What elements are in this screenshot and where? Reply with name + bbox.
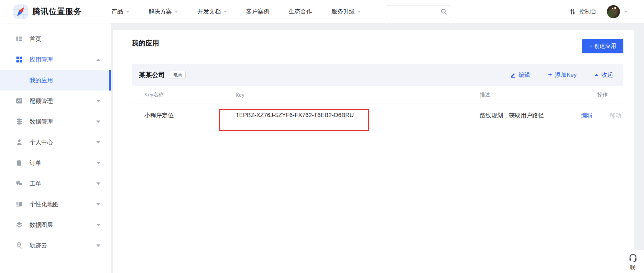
chevron-down-icon [358,11,361,13]
console-link[interactable]: 控制台 [569,8,597,15]
user-avatar[interactable] [607,5,620,18]
category-tag: 电商 [170,71,186,79]
chevron-down-icon [223,11,227,13]
nav-item-cases[interactable]: 客户案例 [246,8,270,15]
page-title: 我的应用 [132,39,159,48]
collapse-link[interactable]: 收起 [594,71,613,79]
sidebar-item-personal-center[interactable]: 个人中心 [0,132,111,153]
sidebar-item-my-apps[interactable]: 我的应用 [0,70,111,91]
col-header-operations: 操作 [597,92,623,98]
brand-title: 腾讯位置服务 [32,6,82,17]
pencil-icon [510,72,516,78]
ticket-chat-icon [16,180,23,187]
create-app-button[interactable]: + 创建应用 [582,39,623,53]
chevron-down-icon[interactable] [624,11,627,13]
order-clipboard-icon [16,159,23,166]
track-cloud-icon [16,242,23,249]
edit-key-link[interactable]: 编辑 [581,112,593,119]
service-widget-label: 联 [630,264,636,272]
user-icon [16,139,23,146]
chevron-down-icon[interactable] [96,182,100,185]
nav-item-ecosystem[interactable]: 生态合作 [289,8,312,15]
edit-app-link[interactable]: 编辑 [510,71,530,79]
chevron-down-icon [175,11,178,13]
main-panel: 我的应用 + 创建应用 某某公司 电商 编辑 + 添加Key [113,30,634,273]
sidebar-item-custom-map[interactable]: 个性化地图 [0,194,111,214]
key-table-row: 小程序定位 TEPBZ-XZ76J-5ZYF6-FX762-T6EB2-O6BR… [132,104,623,127]
nav-item-upgrade[interactable]: 服务升级 [331,8,361,15]
sidebar-item-data-layers[interactable]: 数据图层 [0,214,111,235]
sidebar-item-quota[interactable]: 配额管理 [0,91,111,111]
chevron-down-icon[interactable] [96,203,100,206]
chevron-down-icon [126,11,129,13]
apps-grid-icon [16,56,23,63]
sliders-icon [569,8,576,15]
chevron-up-icon[interactable] [96,59,100,61]
sidebar-item-work-orders[interactable]: 工单 [0,173,111,194]
chevron-down-icon[interactable] [96,141,100,144]
col-header-description: 描述 [480,92,597,98]
custom-map-icon [16,201,23,208]
card-actions: 编辑 + 添加Key 收起 [510,71,613,79]
nav-item-docs[interactable]: 开发文档 [197,8,227,15]
move-key-link[interactable]: 移动 [610,112,621,119]
quota-chart-icon [16,97,23,104]
sidebar-item-data-management[interactable]: 数据管理 [0,111,111,132]
tencent-lbs-logo-icon [13,4,28,19]
chevron-down-icon[interactable] [96,162,100,164]
chevron-down-icon[interactable] [96,244,100,247]
company-name: 某某公司 [139,71,165,80]
nav-item-solutions[interactable]: 解决方案 [149,8,178,15]
sidebar-item-orders[interactable]: 订单 [0,153,111,173]
sidebar-item-track-cloud[interactable]: 轨迹云 [0,235,111,256]
plus-icon: + [548,71,552,78]
cell-key-value: TEPBZ-XZ76J-5ZYF6-FX762-T6EB2-O6BRU [236,112,480,119]
sidebar-item-home[interactable]: 首页 [0,29,111,49]
chevron-up-icon [594,74,599,76]
sidebar-item-app-management[interactable]: 应用管理 [0,49,111,70]
col-header-key: Key [236,92,480,98]
headset-icon [628,253,638,263]
key-table-header: Key名称 Key 描述 操作 [132,86,623,104]
cell-actions: 编辑 移动 [581,112,623,119]
col-header-key-name: Key名称 [144,92,236,98]
primary-nav: 产品 解决方案 开发文档 客户案例 生态合作 服务升级 [111,8,361,15]
database-icon [16,118,23,125]
navbar-search [386,5,451,18]
data-layers-icon [16,221,23,228]
cell-key-name: 小程序定位 [144,112,236,119]
cell-description: 路线规划，获取用户路径 [480,112,597,119]
top-navbar: 腾讯位置服务 产品 解决方案 开发文档 客户案例 生态合作 服务升级 [0,0,644,23]
search-icon[interactable] [440,8,447,15]
customer-service-widget[interactable]: 联 [622,250,644,273]
chevron-down-icon[interactable] [96,100,100,102]
search-input[interactable] [388,8,440,15]
sidebar: 首页 应用管理 我的应用 配额管理 数据管理 [0,23,111,273]
navbar-right: 控制台 [569,5,627,18]
chevron-down-icon[interactable] [96,120,100,123]
add-key-link[interactable]: + 添加Key [548,71,577,79]
app-card: 某某公司 电商 编辑 + 添加Key 收起 [132,64,623,127]
home-list-icon [16,35,23,42]
chevron-down-icon[interactable] [96,224,100,226]
nav-item-products[interactable]: 产品 [111,8,129,15]
app-card-header: 某某公司 电商 编辑 + 添加Key 收起 [132,64,623,86]
